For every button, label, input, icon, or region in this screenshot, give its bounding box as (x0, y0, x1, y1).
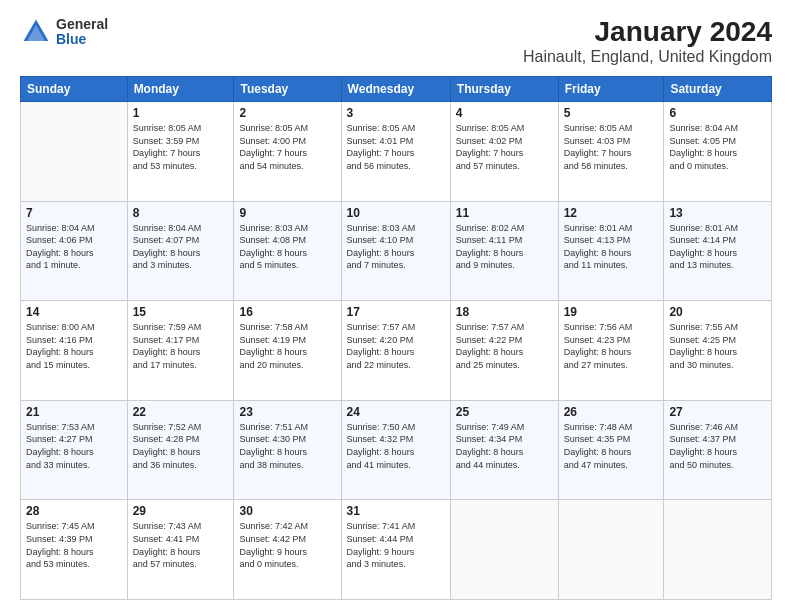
day-number: 26 (564, 405, 659, 419)
day-number: 21 (26, 405, 122, 419)
calendar-cell: 4Sunrise: 8:05 AMSunset: 4:02 PMDaylight… (450, 102, 558, 202)
day-number: 28 (26, 504, 122, 518)
calendar-cell: 2Sunrise: 8:05 AMSunset: 4:00 PMDaylight… (234, 102, 341, 202)
day-info: Sunrise: 7:57 AMSunset: 4:22 PMDaylight:… (456, 321, 553, 371)
logo-icon (20, 16, 52, 48)
title-block: January 2024 Hainault, England, United K… (523, 16, 772, 66)
day-info: Sunrise: 7:48 AMSunset: 4:35 PMDaylight:… (564, 421, 659, 471)
calendar-cell: 12Sunrise: 8:01 AMSunset: 4:13 PMDayligh… (558, 201, 664, 301)
day-info: Sunrise: 7:50 AMSunset: 4:32 PMDaylight:… (347, 421, 445, 471)
day-number: 12 (564, 206, 659, 220)
day-info: Sunrise: 8:04 AMSunset: 4:07 PMDaylight:… (133, 222, 229, 272)
day-number: 23 (239, 405, 335, 419)
calendar-cell: 27Sunrise: 7:46 AMSunset: 4:37 PMDayligh… (664, 400, 772, 500)
header: General Blue January 2024 Hainault, Engl… (20, 16, 772, 66)
calendar-title: January 2024 (523, 16, 772, 48)
calendar-cell: 17Sunrise: 7:57 AMSunset: 4:20 PMDayligh… (341, 301, 450, 401)
day-info: Sunrise: 7:51 AMSunset: 4:30 PMDaylight:… (239, 421, 335, 471)
calendar-cell: 30Sunrise: 7:42 AMSunset: 4:42 PMDayligh… (234, 500, 341, 600)
calendar-table: SundayMondayTuesdayWednesdayThursdayFrid… (20, 76, 772, 600)
week-row-2: 7Sunrise: 8:04 AMSunset: 4:06 PMDaylight… (21, 201, 772, 301)
calendar-cell: 5Sunrise: 8:05 AMSunset: 4:03 PMDaylight… (558, 102, 664, 202)
day-number: 3 (347, 106, 445, 120)
day-info: Sunrise: 7:46 AMSunset: 4:37 PMDaylight:… (669, 421, 766, 471)
logo-blue: Blue (56, 32, 108, 47)
calendar-cell: 11Sunrise: 8:02 AMSunset: 4:11 PMDayligh… (450, 201, 558, 301)
day-info: Sunrise: 8:05 AMSunset: 4:00 PMDaylight:… (239, 122, 335, 172)
day-number: 17 (347, 305, 445, 319)
calendar-cell: 25Sunrise: 7:49 AMSunset: 4:34 PMDayligh… (450, 400, 558, 500)
calendar-cell: 14Sunrise: 8:00 AMSunset: 4:16 PMDayligh… (21, 301, 128, 401)
day-info: Sunrise: 7:52 AMSunset: 4:28 PMDaylight:… (133, 421, 229, 471)
calendar-cell (664, 500, 772, 600)
calendar-cell: 24Sunrise: 7:50 AMSunset: 4:32 PMDayligh… (341, 400, 450, 500)
day-header-thursday: Thursday (450, 77, 558, 102)
calendar-body: 1Sunrise: 8:05 AMSunset: 3:59 PMDaylight… (21, 102, 772, 600)
calendar-cell: 29Sunrise: 7:43 AMSunset: 4:41 PMDayligh… (127, 500, 234, 600)
day-header-saturday: Saturday (664, 77, 772, 102)
page: General Blue January 2024 Hainault, Engl… (0, 0, 792, 612)
logo-text: General Blue (56, 17, 108, 48)
day-number: 11 (456, 206, 553, 220)
calendar-header: SundayMondayTuesdayWednesdayThursdayFrid… (21, 77, 772, 102)
calendar-cell: 21Sunrise: 7:53 AMSunset: 4:27 PMDayligh… (21, 400, 128, 500)
header-row: SundayMondayTuesdayWednesdayThursdayFrid… (21, 77, 772, 102)
day-info: Sunrise: 7:57 AMSunset: 4:20 PMDaylight:… (347, 321, 445, 371)
calendar-subtitle: Hainault, England, United Kingdom (523, 48, 772, 66)
day-number: 29 (133, 504, 229, 518)
calendar-cell: 13Sunrise: 8:01 AMSunset: 4:14 PMDayligh… (664, 201, 772, 301)
calendar-cell: 18Sunrise: 7:57 AMSunset: 4:22 PMDayligh… (450, 301, 558, 401)
day-info: Sunrise: 8:02 AMSunset: 4:11 PMDaylight:… (456, 222, 553, 272)
day-info: Sunrise: 7:53 AMSunset: 4:27 PMDaylight:… (26, 421, 122, 471)
week-row-1: 1Sunrise: 8:05 AMSunset: 3:59 PMDaylight… (21, 102, 772, 202)
calendar-cell: 3Sunrise: 8:05 AMSunset: 4:01 PMDaylight… (341, 102, 450, 202)
calendar-cell (558, 500, 664, 600)
calendar-cell: 31Sunrise: 7:41 AMSunset: 4:44 PMDayligh… (341, 500, 450, 600)
day-number: 16 (239, 305, 335, 319)
day-info: Sunrise: 7:59 AMSunset: 4:17 PMDaylight:… (133, 321, 229, 371)
day-info: Sunrise: 8:00 AMSunset: 4:16 PMDaylight:… (26, 321, 122, 371)
day-info: Sunrise: 8:01 AMSunset: 4:14 PMDaylight:… (669, 222, 766, 272)
logo: General Blue (20, 16, 108, 48)
day-info: Sunrise: 8:05 AMSunset: 4:03 PMDaylight:… (564, 122, 659, 172)
day-info: Sunrise: 8:05 AMSunset: 4:02 PMDaylight:… (456, 122, 553, 172)
day-info: Sunrise: 8:03 AMSunset: 4:08 PMDaylight:… (239, 222, 335, 272)
day-info: Sunrise: 8:04 AMSunset: 4:05 PMDaylight:… (669, 122, 766, 172)
day-number: 1 (133, 106, 229, 120)
calendar-cell: 19Sunrise: 7:56 AMSunset: 4:23 PMDayligh… (558, 301, 664, 401)
day-number: 2 (239, 106, 335, 120)
calendar-cell: 26Sunrise: 7:48 AMSunset: 4:35 PMDayligh… (558, 400, 664, 500)
day-info: Sunrise: 8:05 AMSunset: 3:59 PMDaylight:… (133, 122, 229, 172)
day-info: Sunrise: 7:45 AMSunset: 4:39 PMDaylight:… (26, 520, 122, 570)
day-info: Sunrise: 8:04 AMSunset: 4:06 PMDaylight:… (26, 222, 122, 272)
day-info: Sunrise: 7:41 AMSunset: 4:44 PMDaylight:… (347, 520, 445, 570)
day-info: Sunrise: 7:56 AMSunset: 4:23 PMDaylight:… (564, 321, 659, 371)
day-number: 14 (26, 305, 122, 319)
calendar-cell: 6Sunrise: 8:04 AMSunset: 4:05 PMDaylight… (664, 102, 772, 202)
day-number: 4 (456, 106, 553, 120)
day-info: Sunrise: 8:03 AMSunset: 4:10 PMDaylight:… (347, 222, 445, 272)
day-info: Sunrise: 7:42 AMSunset: 4:42 PMDaylight:… (239, 520, 335, 570)
calendar-cell: 8Sunrise: 8:04 AMSunset: 4:07 PMDaylight… (127, 201, 234, 301)
day-number: 18 (456, 305, 553, 319)
day-number: 30 (239, 504, 335, 518)
day-number: 5 (564, 106, 659, 120)
day-header-tuesday: Tuesday (234, 77, 341, 102)
calendar-cell: 16Sunrise: 7:58 AMSunset: 4:19 PMDayligh… (234, 301, 341, 401)
day-number: 13 (669, 206, 766, 220)
day-info: Sunrise: 7:43 AMSunset: 4:41 PMDaylight:… (133, 520, 229, 570)
day-number: 27 (669, 405, 766, 419)
day-number: 22 (133, 405, 229, 419)
day-number: 24 (347, 405, 445, 419)
calendar-cell: 20Sunrise: 7:55 AMSunset: 4:25 PMDayligh… (664, 301, 772, 401)
day-header-monday: Monday (127, 77, 234, 102)
logo-general: General (56, 17, 108, 32)
day-number: 19 (564, 305, 659, 319)
calendar-cell: 9Sunrise: 8:03 AMSunset: 4:08 PMDaylight… (234, 201, 341, 301)
day-info: Sunrise: 7:58 AMSunset: 4:19 PMDaylight:… (239, 321, 335, 371)
day-header-sunday: Sunday (21, 77, 128, 102)
day-info: Sunrise: 7:55 AMSunset: 4:25 PMDaylight:… (669, 321, 766, 371)
day-number: 6 (669, 106, 766, 120)
week-row-5: 28Sunrise: 7:45 AMSunset: 4:39 PMDayligh… (21, 500, 772, 600)
day-info: Sunrise: 7:49 AMSunset: 4:34 PMDaylight:… (456, 421, 553, 471)
